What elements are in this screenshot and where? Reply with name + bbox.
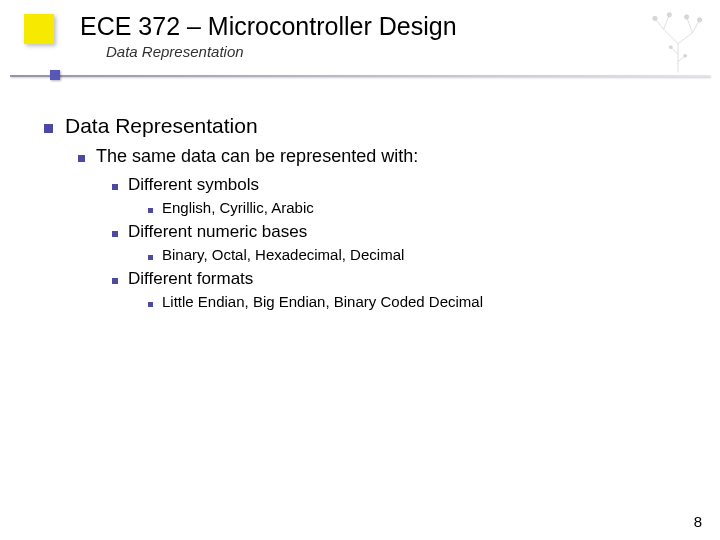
bullet-icon: [148, 302, 153, 307]
page-subtitle: Data Representation: [106, 43, 720, 60]
bullet-level-4: Little Endian, Big Endian, Binary Coded …: [148, 293, 720, 310]
bullet-icon: [148, 208, 153, 213]
header-rule: [0, 72, 720, 80]
bullet-icon: [112, 231, 118, 237]
header: ECE 372 – Microcontroller Design Data Re…: [0, 0, 720, 80]
bullet-level-3: Different formats: [112, 269, 720, 289]
title-row: ECE 372 – Microcontroller Design Data Re…: [24, 12, 720, 60]
divider-line: [10, 75, 710, 77]
page-title: ECE 372 – Microcontroller Design: [80, 12, 720, 41]
bullet-level-3: Different symbols: [112, 175, 720, 195]
bullet-level-2: The same data can be represented with:: [78, 146, 720, 167]
bullet-text: The same data can be represented with:: [96, 146, 418, 167]
bullet-text: Different symbols: [128, 175, 259, 195]
bullet-level-1: Data Representation: [44, 114, 720, 138]
bullet-text: Different formats: [128, 269, 253, 289]
bullet-icon: [112, 278, 118, 284]
bullet-level-4: Binary, Octal, Hexadecimal, Decimal: [148, 246, 720, 263]
bullet-level-4: English, Cyrillic, Arabic: [148, 199, 720, 216]
bullet-level-3: Different numeric bases: [112, 222, 720, 242]
bullet-icon: [44, 124, 53, 133]
divider-accent-square: [50, 70, 60, 80]
bullet-text: Data Representation: [65, 114, 258, 138]
page-number: 8: [694, 513, 702, 530]
slide: ECE 372 – Microcontroller Design Data Re…: [0, 0, 720, 540]
accent-block: [24, 14, 54, 44]
bullet-icon: [78, 155, 85, 162]
bullet-text: Different numeric bases: [128, 222, 307, 242]
bullet-text: Little Endian, Big Endian, Binary Coded …: [162, 293, 483, 310]
bullet-icon: [148, 255, 153, 260]
bullet-icon: [112, 184, 118, 190]
bullet-text: English, Cyrillic, Arabic: [162, 199, 314, 216]
content: Data Representation The same data can be…: [44, 114, 720, 310]
bullet-text: Binary, Octal, Hexadecimal, Decimal: [162, 246, 404, 263]
